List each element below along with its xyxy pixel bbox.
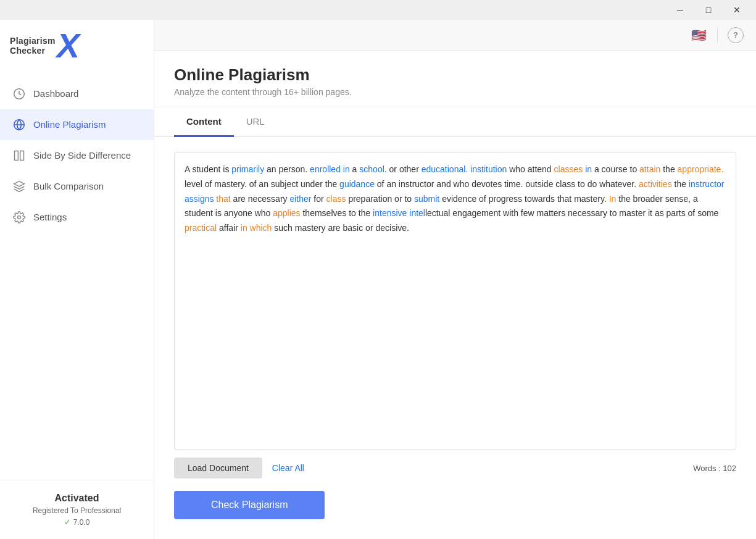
text-segment-36: submit	[414, 194, 439, 204]
text-segment-46: practical	[185, 223, 217, 233]
content-body: A student is primarily an person. enroll…	[154, 137, 756, 539]
settings-label: Settings	[33, 212, 67, 222]
text-segment-49: such mastery are basic or decisive.	[272, 223, 409, 233]
text-segment-18: attain	[639, 164, 660, 174]
word-count: Words : 102	[693, 464, 736, 473]
tab-content[interactable]: Content	[174, 107, 234, 137]
layers-icon	[12, 180, 26, 193]
registered-text: Registered To Professional	[12, 506, 141, 515]
text-editor[interactable]: A student is primarily an person. enroll…	[175, 153, 736, 449]
text-segment-32: either	[289, 194, 311, 204]
text-segment-37: evidence of progress towards that master…	[439, 194, 609, 204]
logo-text: Plagiarism Checker	[10, 36, 56, 56]
text-segment-41: themselves to the	[301, 208, 373, 218]
activation-status: Activated	[12, 493, 141, 504]
bottom-toolbar: Load Document Clear All Words : 102	[174, 450, 736, 486]
svg-rect-3	[15, 151, 19, 160]
text-segment-45: lectual engagement with few matters nece…	[425, 208, 718, 218]
load-document-button[interactable]: Load Document	[174, 458, 262, 478]
text-segment-31: are necessary	[231, 194, 290, 204]
topbar: 🇺🇸 ?	[154, 20, 756, 51]
text-segment-48: in which	[241, 223, 272, 233]
text-segment-12: institution	[470, 164, 507, 174]
sidebar-item-settings[interactable]: Settings	[0, 202, 154, 233]
sidebar-item-side-by-side[interactable]: Side By Side Difference	[0, 140, 154, 171]
activation-info: Activated Registered To Professional ✓ 7…	[0, 480, 154, 539]
text-editor-wrapper: A student is primarily an person. enroll…	[174, 152, 736, 450]
check-plagiarism-button[interactable]: Check Plagiarism	[174, 491, 325, 519]
text-segment-34: class	[326, 194, 346, 204]
tab-url[interactable]: URL	[234, 107, 277, 137]
text-segment-40: applies	[273, 208, 300, 218]
text-segment-42: intensive	[373, 208, 407, 218]
logo-plagiarism: Plagiarism	[10, 36, 56, 46]
sidebar-item-online-plagiarism[interactable]: Online Plagiarism	[0, 109, 154, 140]
text-segment-10: educational.	[422, 164, 468, 174]
text-segment-20: appropriate.	[678, 164, 724, 174]
page-subtitle: Analyze the content through 16+ billion …	[174, 87, 736, 97]
topbar-divider	[717, 28, 718, 43]
text-segment-23: of an instructor and who devotes time. o…	[375, 179, 639, 189]
logo: Plagiarism Checker X	[0, 20, 154, 78]
text-segment-35: preparation or to	[346, 194, 415, 204]
text-segment-1: A student is	[185, 164, 231, 174]
bulk-comparison-label: Bulk Comparison	[33, 181, 104, 191]
text-segment-4: enrolled	[310, 164, 341, 174]
clear-all-button[interactable]: Clear All	[272, 463, 304, 473]
text-segment-38: In	[609, 194, 617, 204]
flag-icon[interactable]: 🇺🇸	[690, 29, 707, 41]
gear-icon	[12, 211, 26, 224]
text-segment-7: a	[350, 164, 360, 174]
tabs-bar: Content URL	[154, 107, 756, 137]
text-segment-26: instructor	[689, 179, 725, 189]
version-number: 7.0.0	[73, 518, 90, 527]
dashboard-label: Dashboard	[33, 88, 78, 99]
text-segment-30: that	[216, 194, 230, 204]
online-plagiarism-label: Online Plagiarism	[33, 119, 106, 130]
check-plagiarism-row: Check Plagiarism	[174, 486, 736, 529]
titlebar: ─ □ ✕	[0, 0, 756, 20]
maximize-button[interactable]: □	[694, 0, 723, 20]
text-segment-25: the	[672, 179, 689, 189]
text-segment-13: who attend	[507, 164, 554, 174]
text-segment-16: in	[585, 164, 592, 174]
logo-checker: Checker	[10, 46, 45, 56]
sidebar-item-bulk-comparison[interactable]: Bulk Comparison	[0, 171, 154, 202]
globe-icon	[12, 118, 26, 132]
sidebar-item-dashboard[interactable]: Dashboard	[0, 78, 154, 109]
columns-icon	[12, 149, 26, 162]
text-segment-28: assigns	[185, 194, 214, 204]
help-button[interactable]: ?	[728, 27, 744, 43]
version-text: ✓ 7.0.0	[12, 517, 141, 527]
text-segment-8: school.	[359, 164, 386, 174]
dashboard-icon	[12, 87, 26, 101]
svg-point-6	[18, 215, 21, 219]
text-segment-2: primarily	[231, 164, 264, 174]
text-segment-33: for	[311, 194, 326, 204]
text-segment-22: guidance	[339, 179, 375, 189]
text-segment-44: intel	[409, 208, 425, 218]
check-icon: ✓	[64, 517, 71, 527]
text-segment-6: in	[343, 164, 350, 174]
close-button[interactable]: ✕	[723, 0, 751, 20]
side-by-side-label: Side By Side Difference	[33, 150, 131, 161]
text-segment-14: classes	[554, 164, 583, 174]
logo-x-icon: X	[57, 32, 80, 60]
svg-rect-4	[20, 151, 24, 160]
text-segment-9: or other	[387, 164, 422, 174]
text-segment-17: a course to	[592, 164, 639, 174]
text-segment-47: affair	[217, 223, 241, 233]
text-segment-3: an person.	[264, 164, 310, 174]
main-content: 🇺🇸 ? Online Plagiarism Analyze the conte…	[154, 20, 756, 539]
sidebar: Plagiarism Checker X Dashboard	[0, 20, 154, 539]
svg-marker-5	[14, 181, 25, 186]
page-header: Online Plagiarism Analyze the content th…	[154, 51, 756, 107]
text-segment-24: activities	[639, 179, 672, 189]
app-window: Plagiarism Checker X Dashboard	[0, 20, 756, 539]
text-segment-19: the	[660, 164, 677, 174]
minimize-button[interactable]: ─	[666, 0, 694, 20]
text-segment-21: level of mastery. of an subject under th…	[185, 179, 339, 189]
page-title: Online Plagiarism	[174, 65, 736, 85]
